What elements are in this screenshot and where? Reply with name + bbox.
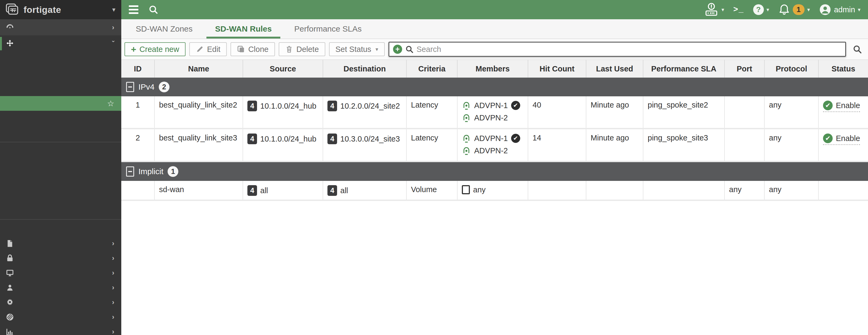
- sidebar-item-multicast[interactable]: [0, 203, 121, 217]
- sidebar-item-static-routes[interactable]: [0, 111, 121, 126]
- column-header-last-used[interactable]: Last Used: [586, 60, 643, 77]
- logo-bar[interactable]: fortigate ▾: [0, 0, 121, 19]
- group-header-ipv4[interactable]: IPv42: [121, 77, 868, 96]
- collapse-menu-icon[interactable]: [129, 5, 138, 14]
- cell-protocol: any: [765, 181, 819, 200]
- search-icon: [405, 45, 414, 54]
- status-badge[interactable]: ✔Enable: [823, 134, 860, 145]
- sidebar-item-vpn[interactable]: ›: [0, 265, 121, 280]
- sidebar-item-diagnostics[interactable]: [0, 221, 121, 236]
- person-icon: [5, 283, 18, 292]
- sdwan-rules-table: IDNameSourceDestinationCriteriaMembersHi…: [121, 59, 868, 201]
- collapse-group-icon[interactable]: [126, 82, 134, 92]
- column-header-id[interactable]: ID: [121, 60, 155, 77]
- cell-destination: 410.3.0.0/24_site3: [323, 129, 407, 161]
- create-new-button[interactable]: + Create new: [124, 42, 186, 56]
- help-icon: ?: [753, 4, 764, 15]
- feature-tabbar: SD-WAN Zones SD-WAN Rules Performance SL…: [121, 19, 868, 39]
- sidebar-item-ipam[interactable]: [0, 81, 121, 96]
- cli-console-icon[interactable]: >_: [733, 5, 744, 14]
- sidebar-item-dns[interactable]: [0, 67, 121, 81]
- clone-button[interactable]: Clone: [230, 42, 275, 56]
- rule-row-sd-wan[interactable]: sd-wan4all4allVolumeanyanyany: [121, 181, 868, 201]
- column-header-members[interactable]: Members: [458, 60, 528, 77]
- sidebar-item-sd-wan[interactable]: ☆: [0, 96, 121, 111]
- column-header-source[interactable]: Source: [243, 60, 323, 77]
- sidebar-item-user-authentication[interactable]: ›: [0, 280, 121, 295]
- fortigate-app: fortigate ▾ ›ˇ☆›››››››: [0, 0, 868, 335]
- any-interface-icon: [462, 185, 470, 194]
- column-header-performance-sla[interactable]: Performance SLA: [643, 60, 725, 77]
- status-badge[interactable]: ✔Enable: [823, 101, 860, 112]
- sidebar-item-system[interactable]: ›: [0, 295, 121, 310]
- edit-button[interactable]: Edit: [189, 42, 227, 56]
- rules-toolbar: + Create new Edit Clone Delete Set Statu…: [121, 39, 868, 59]
- rule-row-best_quality_link_site2[interactable]: 1best_quality_link_site2410.1.0.0/24_hub…: [121, 96, 868, 129]
- global-search-icon[interactable]: [148, 4, 159, 15]
- chevron-right-icon: ›: [112, 313, 114, 321]
- enabled-check-icon: ✔: [823, 101, 833, 110]
- sidebar-item-security-profiles[interactable]: ›: [0, 251, 121, 265]
- sidebar-item-policy-routes[interactable]: [0, 126, 121, 140]
- column-header-port[interactable]: Port: [725, 60, 765, 77]
- enabled-check-icon: ✔: [823, 134, 833, 143]
- selected-check-icon: ✔: [511, 101, 520, 110]
- trash-icon: [285, 45, 293, 53]
- set-status-caret-icon: ▾: [376, 46, 378, 53]
- cell-criteria: Latency: [407, 96, 458, 128]
- sidebar-item-routing-objects[interactable]: [0, 188, 121, 203]
- vdom-caret-icon[interactable]: ▾: [112, 6, 115, 13]
- column-header-protocol[interactable]: Protocol: [765, 60, 819, 77]
- sidebar-item-log-report[interactable]: ›: [0, 324, 121, 335]
- sidebar-item-ospf[interactable]: [0, 159, 121, 173]
- collapse-group-icon[interactable]: [126, 166, 134, 177]
- sidebar-item-network[interactable]: ˇ: [0, 35, 121, 52]
- column-header-hit-count[interactable]: Hit Count: [528, 60, 586, 77]
- sidebar-divider: [0, 142, 121, 142]
- sidebar-item-security-fabric[interactable]: ›: [0, 310, 121, 324]
- selected-check-icon: ✔: [511, 134, 520, 143]
- favorite-star-icon[interactable]: ☆: [107, 99, 114, 108]
- group-header-implicit[interactable]: Implicit1: [121, 162, 868, 181]
- add-filter-icon[interactable]: +: [393, 45, 402, 54]
- sidebar-item-dashboard[interactable]: ›: [0, 19, 121, 35]
- chevron-right-icon: ›: [112, 328, 114, 335]
- column-header-name[interactable]: Name: [155, 60, 243, 77]
- column-header-destination[interactable]: Destination: [323, 60, 407, 77]
- delete-button[interactable]: Delete: [279, 42, 325, 56]
- sidebar-item-policy-objects[interactable]: ›: [0, 236, 121, 251]
- ipv4-address-icon: 4: [247, 101, 257, 111]
- cell-protocol: any: [765, 96, 819, 128]
- tab-sdwan-zones[interactable]: SD-WAN Zones: [124, 19, 204, 38]
- chevron-right-icon: ›: [112, 23, 114, 32]
- sidebar-item-interfaces[interactable]: [0, 52, 121, 67]
- user-avatar-icon: [819, 3, 831, 16]
- search-input[interactable]: [416, 45, 841, 54]
- group-count-badge: 1: [167, 166, 178, 177]
- help-menu[interactable]: ? ▾: [753, 4, 769, 15]
- chevron-right-icon: ›: [112, 254, 114, 262]
- cell-hit-count: [528, 181, 586, 200]
- set-status-button[interactable]: Set Status ▾: [329, 42, 385, 56]
- cell-hit-count: 40: [528, 96, 586, 128]
- tab-sdwan-rules[interactable]: SD-WAN Rules: [204, 19, 283, 38]
- notifications-caret-icon: ▾: [807, 6, 810, 13]
- tunnel-interface-icon: [462, 113, 471, 123]
- sidebar-item-bgp[interactable]: [0, 173, 121, 188]
- user-menu[interactable]: admin ▾: [819, 3, 861, 16]
- notifications-menu[interactable]: 1 ▾: [778, 3, 810, 16]
- monitor-icon: [5, 268, 18, 277]
- tab-performance-slas[interactable]: Performance SLAs: [283, 19, 373, 38]
- table-search-button[interactable]: [850, 42, 865, 57]
- cell-protocol: any: [765, 129, 819, 161]
- device-status-menu[interactable]: ▾: [704, 3, 724, 16]
- column-header-criteria[interactable]: Criteria: [407, 60, 458, 77]
- cell-id: [121, 181, 155, 200]
- cell-status: ✔Enable: [819, 96, 868, 128]
- cell-name: best_quality_link_site2: [155, 96, 243, 128]
- column-header-status[interactable]: Status: [819, 60, 868, 77]
- cell-id: 2: [121, 129, 155, 161]
- sidebar-item-rip[interactable]: [0, 144, 121, 159]
- rule-row-best_quality_link_site3[interactable]: 2best_quality_link_site3410.1.0.0/24_hub…: [121, 129, 868, 162]
- cell-last-used: Minute ago: [586, 96, 643, 128]
